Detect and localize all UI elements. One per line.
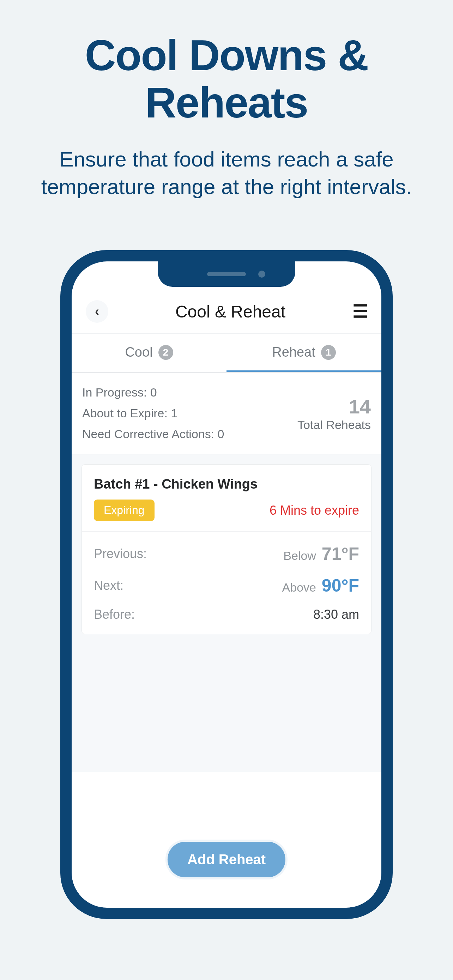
total-reheats-number: 14 <box>297 395 371 418</box>
status-badge-expiring: Expiring <box>94 500 154 521</box>
batch-status-row: Expiring 6 Mins to expire <box>94 500 359 521</box>
page-title: Cool & Reheat <box>175 302 285 321</box>
notch-camera <box>258 270 265 278</box>
content-area: Batch #1 - Chicken Wings Expiring 6 Mins… <box>72 454 381 772</box>
batch-card-header: Batch #1 - Chicken Wings Expiring 6 Mins… <box>82 465 371 531</box>
back-button[interactable]: ‹ <box>86 300 108 323</box>
stats-section: In Progress: 0 About to Expire: 1 Need C… <box>72 373 381 454</box>
previous-temp: 71°F <box>322 544 359 564</box>
stat-in-progress: In Progress: 0 <box>82 386 224 399</box>
previous-row: Previous: Below 71°F <box>94 544 359 564</box>
tab-cool[interactable]: Cool 2 <box>72 334 227 372</box>
batch-card[interactable]: Batch #1 - Chicken Wings Expiring 6 Mins… <box>81 464 372 634</box>
add-button-wrapper: Add Reheat <box>165 840 288 880</box>
previous-value-group: Below 71°F <box>283 544 359 564</box>
previous-qualifier: Below <box>283 549 316 563</box>
stats-right: 14 Total Reheats <box>297 395 371 432</box>
marketing-title: Cool Downs & Reheats <box>0 32 453 126</box>
tab-reheat-label: Reheat <box>272 345 315 360</box>
previous-label: Previous: <box>94 546 147 561</box>
phone-frame: ‹ Cool & Reheat ☰ Cool 2 Reheat 1 In Pro… <box>60 250 393 919</box>
add-reheat-button[interactable]: Add Reheat <box>165 840 288 880</box>
marketing-subtitle: Ensure that food items reach a safe temp… <box>0 146 453 201</box>
stat-about-to-expire: About to Expire: 1 <box>82 406 224 420</box>
tabs: Cool 2 Reheat 1 <box>72 334 381 373</box>
batch-title: Batch #1 - Chicken Wings <box>94 477 359 492</box>
tab-cool-label: Cool <box>125 345 153 360</box>
tab-reheat-badge: 1 <box>321 345 336 360</box>
next-qualifier: Above <box>282 581 316 594</box>
tab-reheat[interactable]: Reheat 1 <box>227 334 381 372</box>
chevron-left-icon: ‹ <box>95 304 99 319</box>
stats-left: In Progress: 0 About to Expire: 1 Need C… <box>82 386 224 441</box>
expire-countdown-text: 6 Mins to expire <box>270 503 359 518</box>
next-temp: 90°F <box>322 575 359 596</box>
tab-cool-badge: 2 <box>158 345 173 360</box>
before-time: 8:30 am <box>313 607 359 622</box>
phone-notch <box>158 261 295 287</box>
notch-speaker <box>207 272 246 276</box>
next-value-group: Above 90°F <box>282 575 359 596</box>
menu-button[interactable]: ☰ <box>353 301 367 322</box>
before-row: Before: 8:30 am <box>94 607 359 622</box>
phone-screen: ‹ Cool & Reheat ☰ Cool 2 Reheat 1 In Pro… <box>72 261 381 908</box>
hamburger-icon: ☰ <box>353 302 367 321</box>
batch-card-body: Previous: Below 71°F Next: Above 90°F <box>82 531 371 634</box>
stat-need-corrective: Need Corrective Actions: 0 <box>82 427 224 441</box>
before-label: Before: <box>94 607 135 622</box>
next-label: Next: <box>94 578 124 593</box>
total-reheats-label: Total Reheats <box>297 418 371 432</box>
next-row: Next: Above 90°F <box>94 575 359 596</box>
